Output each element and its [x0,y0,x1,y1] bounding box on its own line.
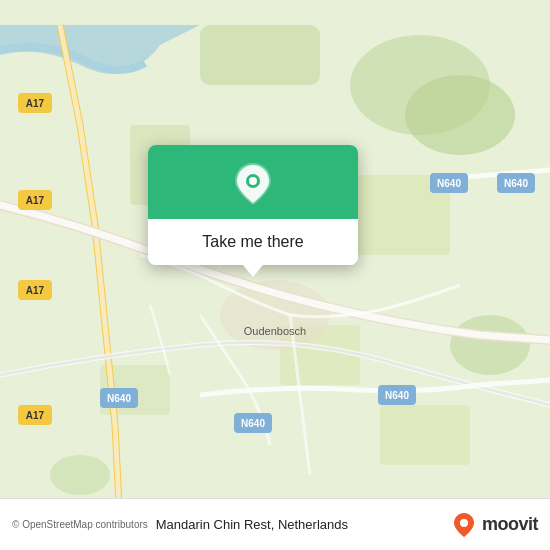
svg-point-32 [249,177,257,185]
map-svg: A17 A17 A17 A17 N640 N640 N640 N640 N640… [0,0,550,550]
svg-point-4 [450,315,530,375]
svg-text:A17: A17 [26,410,45,421]
moovit-logo-icon [450,511,478,539]
map-attribution: © OpenStreetMap contributors [12,519,148,530]
svg-text:Oudenbosch: Oudenbosch [244,325,306,337]
svg-text:N640: N640 [107,393,131,404]
moovit-brand-text: moovit [482,514,538,535]
svg-text:N640: N640 [437,178,461,189]
svg-point-2 [405,75,515,155]
svg-point-33 [460,519,468,527]
svg-text:N640: N640 [385,390,409,401]
svg-text:N640: N640 [504,178,528,189]
take-me-there-button[interactable]: Take me there [148,219,358,265]
svg-rect-9 [380,405,470,465]
svg-point-5 [50,455,110,495]
svg-rect-3 [200,25,320,85]
bottom-bar: © OpenStreetMap contributors Mandarin Ch… [0,498,550,550]
svg-text:A17: A17 [26,98,45,109]
moovit-logo: moovit [450,511,538,539]
popup-card: Take me there [148,145,358,265]
location-label: Mandarin Chin Rest, Netherlands [148,517,450,532]
svg-text:A17: A17 [26,195,45,206]
location-pin-icon [235,163,271,205]
svg-text:N640: N640 [241,418,265,429]
svg-text:A17: A17 [26,285,45,296]
map-container: A17 A17 A17 A17 N640 N640 N640 N640 N640… [0,0,550,550]
popup-header [148,145,358,219]
